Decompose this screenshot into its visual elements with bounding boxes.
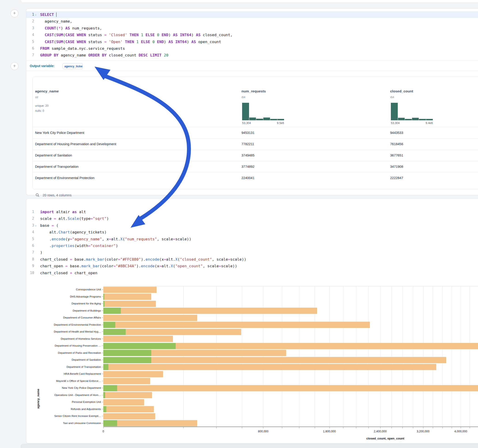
column-header-agency-name[interactable]: agency_name <box>35 89 59 93</box>
gridline <box>299 286 299 427</box>
open-count-bar[interactable] <box>103 364 108 370</box>
y-axis-label: Department of Health and Mental Hyg… <box>28 330 101 333</box>
histogram-max-label: 9.5e6 <box>277 121 284 125</box>
code-token: . <box>40 244 52 248</box>
gridline <box>380 286 380 427</box>
code-token: (width <box>75 244 88 248</box>
open-count-bar[interactable] <box>103 322 115 328</box>
fold-chevron-icon[interactable]: ∨ <box>35 222 37 229</box>
code-line[interactable]: 4 CAST(SUM(CASE WHEN status = 'Closed' T… <box>26 31 478 38</box>
add-cell-button-middle[interactable]: + <box>11 62 19 70</box>
open-count-bar[interactable] <box>103 385 117 391</box>
add-cell-button-top[interactable]: + <box>11 9 19 17</box>
python-code-editor[interactable]: 1import altair as alt2scale = alt.Scale(… <box>26 209 478 276</box>
open-count-bar[interactable] <box>103 357 151 363</box>
code-token <box>177 33 180 37</box>
code-line[interactable]: 10chart_closed + chart_open <box>26 270 478 276</box>
closed-count-bar[interactable] <box>103 287 157 293</box>
open-count-bar[interactable] <box>103 392 105 398</box>
code-token <box>107 40 109 44</box>
code-line[interactable]: 9chart_open = base.mark_bar(color="#8BC3… <box>26 263 478 269</box>
code-token <box>162 53 164 57</box>
code-token <box>75 40 77 44</box>
closed-count-bar[interactable] <box>103 378 150 384</box>
code-token: ( <box>177 257 180 261</box>
closed-count-bar[interactable] <box>103 357 446 363</box>
table-row[interactable]: Department of Environmental Protection22… <box>33 172 478 184</box>
code-token: "#FFC080" <box>120 257 141 261</box>
closed-count-bar[interactable] <box>103 315 197 321</box>
table-row[interactable]: New York City Police Department945313194… <box>33 127 478 138</box>
code-token: GROUP BY <box>40 53 58 57</box>
code-line[interactable]: 1∨SELECT <box>26 11 478 18</box>
code-token: (color <box>104 257 118 261</box>
code-token: ( <box>54 40 56 44</box>
closed-count-bar[interactable] <box>103 294 151 300</box>
code-line[interactable]: 2scale = alt.Scale(type="sqrt") <box>26 215 478 222</box>
closed-count-bar[interactable] <box>103 371 163 377</box>
code-token: ELSE <box>145 33 155 37</box>
code-token: scale)) <box>221 264 237 268</box>
open-count-bar[interactable] <box>103 308 121 314</box>
search-icon[interactable] <box>36 193 39 197</box>
open-count-bar[interactable] <box>103 329 126 335</box>
open-count-bar[interactable] <box>103 301 104 307</box>
open-count-bar[interactable] <box>103 343 176 349</box>
code-line[interactable]: 2 agency_name, <box>26 18 478 25</box>
open-count-bar[interactable] <box>103 420 117 426</box>
code-line[interactable]: 4 alt.Chart(agency_tickets) <box>26 229 478 236</box>
code-line[interactable]: 8chart_closed = base.mark_bar(color="#FF… <box>26 256 478 263</box>
code-line[interactable]: 6 .properties(width="container") <box>26 243 478 249</box>
y-axis-label: Refunds and Adjustments <box>28 407 101 411</box>
open-count-bar[interactable] <box>103 406 106 412</box>
code-token: X <box>120 237 123 241</box>
output-variable-chip[interactable]: agency_tickets <box>63 63 83 69</box>
x-tick <box>402 427 403 428</box>
code-line[interactable]: 7GROUP BY agency_name ORDER BY closed_co… <box>26 52 478 59</box>
code-line[interactable]: 3∨base = ( <box>26 222 478 229</box>
x-tick <box>368 427 369 428</box>
column-header-num-requests[interactable]: num_requests <box>241 89 266 93</box>
closed-count-bar[interactable] <box>103 399 144 405</box>
code-line[interactable]: 3 COUNT(*) AS num_requests, <box>26 25 478 31</box>
code-token: = <box>104 40 107 44</box>
column-type-num-requests: i64 <box>241 95 245 99</box>
closed-count-bar[interactable] <box>103 364 436 370</box>
code-token: ORDER BY <box>88 53 107 57</box>
closed-count-histogram <box>391 103 433 120</box>
closed-count-bar[interactable] <box>103 301 156 307</box>
code-token <box>138 40 141 44</box>
code-token: CASE <box>65 40 75 44</box>
closed-count-bar[interactable] <box>103 406 154 412</box>
closed-count-bar[interactable] <box>103 322 370 328</box>
closed-count-bar[interactable] <box>103 392 152 398</box>
open-count-bar[interactable] <box>103 294 104 300</box>
table-row[interactable]: Department of Transportation377489234719… <box>33 161 478 172</box>
closed-count-bar[interactable] <box>103 308 317 314</box>
code-line[interactable]: 6FROM sample_data.nyc.service_requests <box>26 45 478 52</box>
code-line[interactable]: 5 .encode(y="agency_name", x=alt.X("num_… <box>26 236 478 243</box>
sql-code-editor[interactable]: 1∨SELECT 2 agency_name,3 COUNT(*) AS num… <box>26 11 478 59</box>
code-token: X <box>175 257 177 261</box>
gridline <box>329 286 330 427</box>
code-line[interactable]: 1import altair as alt <box>26 209 478 215</box>
fold-chevron-icon[interactable]: ∨ <box>35 12 37 18</box>
gridline <box>282 286 282 427</box>
closed-count-bar[interactable] <box>103 420 197 426</box>
code-token: ( <box>54 223 59 228</box>
code-token: chart_closed <box>40 271 70 275</box>
open-count-bar[interactable] <box>103 350 151 356</box>
gridline <box>391 286 392 427</box>
code-line[interactable]: 5 CAST(SUM(CASE WHEN status = 'Open' THE… <box>26 38 478 45</box>
table-cell: 3471908 <box>390 161 403 172</box>
closed-count-bar[interactable] <box>103 413 155 419</box>
num-requests-histogram <box>242 103 284 120</box>
x-tick <box>282 427 282 428</box>
closed-count-bar[interactable] <box>103 336 173 342</box>
table-row[interactable]: Department of Sanitation37494853677651 <box>33 149 478 161</box>
gridline <box>183 286 183 427</box>
column-header-closed-count[interactable]: closed_count <box>390 89 413 93</box>
table-row[interactable]: Department of Housing Preservation and D… <box>33 138 478 150</box>
closed-count-bar[interactable] <box>103 385 478 391</box>
code-line[interactable]: 7) <box>26 249 478 256</box>
